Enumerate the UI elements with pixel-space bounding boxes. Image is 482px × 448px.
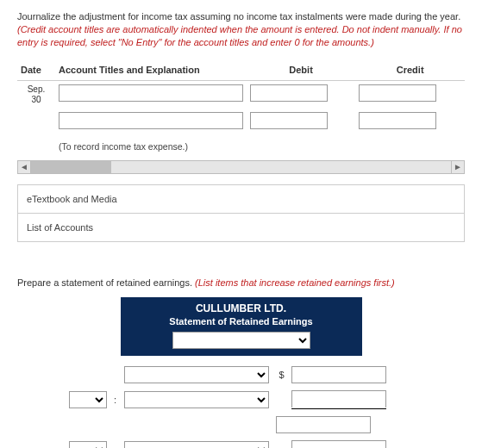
instruction-text: Journalize the adjustment for income tax… (17, 11, 460, 22)
statement-row: : (69, 440, 414, 448)
caption-row: (To record income tax expense.) (17, 133, 465, 155)
amount-input[interactable] (291, 366, 386, 383)
table-row: Sep.30 (17, 80, 465, 109)
scroll-track[interactable] (31, 160, 451, 174)
journal-entry-table: Date Account Titles and Explanation Debi… (17, 59, 465, 155)
colon-label: : (112, 445, 119, 448)
account-title-input[interactable] (59, 112, 243, 129)
etextbook-media-link[interactable]: eTextbook and Media (18, 185, 464, 214)
retained-earnings-instructions: Prepare a statement of retained earnings… (17, 277, 465, 289)
credit-input[interactable] (359, 84, 436, 102)
statement-row: $ (69, 366, 414, 383)
scroll-thumb[interactable] (31, 161, 111, 173)
debit-input[interactable] (250, 84, 328, 102)
col-credit: Credit (355, 59, 465, 81)
scroll-left-button[interactable]: ◄ (17, 160, 31, 174)
colon-label: : (112, 395, 119, 405)
horizontal-scrollbar[interactable]: ◄ ► (17, 160, 465, 174)
company-name: CULLUMBER LTD. (129, 302, 354, 314)
col-date: Date (17, 59, 55, 81)
table-row (17, 109, 465, 133)
line-item-select[interactable] (124, 391, 269, 408)
date-cell: Sep.30 (17, 80, 55, 109)
amount-input[interactable] (291, 440, 386, 448)
debit-input[interactable] (250, 112, 328, 129)
list-of-accounts-link[interactable]: List of Accounts (18, 214, 464, 241)
journalize-instructions: Journalize the adjustment for income tax… (17, 10, 465, 49)
resource-links: eTextbook and Media List of Accounts (17, 184, 465, 242)
line-item-select[interactable] (124, 441, 269, 448)
amount-input[interactable] (276, 416, 371, 433)
operator-select[interactable] (69, 441, 107, 448)
credit-input[interactable] (359, 112, 436, 129)
statement-header: CULLUMBER LTD. Statement of Retained Ear… (121, 297, 362, 356)
line-item-select[interactable] (124, 366, 269, 383)
operator-select[interactable] (69, 391, 107, 408)
col-debit: Debit (247, 59, 356, 81)
amount-input[interactable] (291, 390, 386, 408)
scroll-right-button[interactable]: ► (451, 160, 465, 174)
statement-title: Statement of Retained Earnings (129, 316, 354, 327)
subtotal-row (276, 416, 414, 433)
instruction-hint: (List items that increase retained earni… (195, 277, 395, 288)
dollar-sign: $ (274, 370, 286, 380)
entry-caption: (To record income tax expense.) (55, 133, 465, 155)
instruction-text: Prepare a statement of retained earnings… (17, 277, 192, 288)
statement-row: : (69, 390, 414, 409)
col-account: Account Titles and Explanation (55, 59, 247, 81)
instruction-hint: (Credit account titles are automatically… (17, 24, 462, 47)
account-title-input[interactable] (59, 84, 243, 102)
statement-body: $ : : $ (69, 366, 414, 448)
period-select[interactable] (172, 332, 310, 349)
